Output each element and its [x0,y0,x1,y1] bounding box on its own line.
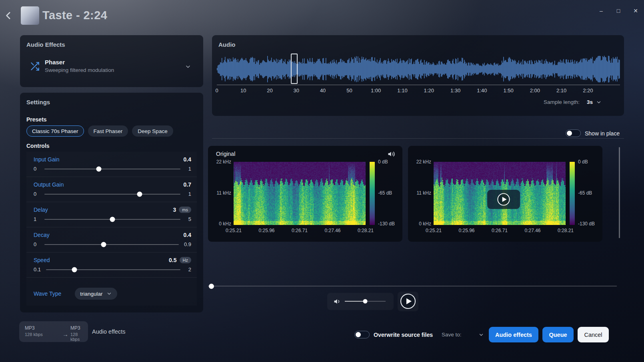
volume-speaker-icon[interactable] [334,298,341,305]
time-tick-row: 0 10 20 30 40 50 1:00 1:10 1:20 1:30 1:4… [209,88,596,93]
source-format: MP3 128 kbps [25,325,43,337]
volume-slider-thumb[interactable] [363,299,368,304]
time-tick: 1:30 [448,88,464,93]
show-in-place-label: Show in place [585,130,620,137]
seek-thumb[interactable] [209,284,214,289]
preset-deep-space[interactable]: Deep Space [132,125,173,137]
seek-track [208,286,617,286]
vertical-scrollbar[interactable] [619,147,620,238]
slider-thumb[interactable] [110,217,115,222]
input-gain-slider[interactable] [44,169,180,169]
save-to-control[interactable]: Save to: [442,332,484,338]
settings-card-title: Settings [26,99,50,105]
presets-label: Presets [26,116,47,123]
play-icon [400,293,416,309]
audio-effects-card-title: Audio Effects [26,41,65,48]
spec-time-axis: 0:25.21 0:25.96 0:26.71 0:27.46 0:28.21 [423,228,576,233]
sample-selection-box[interactable] [291,54,298,84]
slider-min: 0 [34,166,39,172]
source-bitrate: 128 kbps [25,332,43,337]
slider-row-delay: Delay 3ms 1 5 [26,202,197,227]
freq-tick: 11 kHz [210,190,231,196]
audio-effects-button[interactable]: Audio effects [489,327,538,342]
sample-length-value: 3s [587,99,593,105]
seek-bar[interactable] [208,283,617,289]
db-colorbar [570,162,575,225]
sample-length-label: Sample length: [544,99,580,105]
time-tick: 1:00 [368,88,384,93]
spectrogram-original-card: Original 22 kHz 11 kHz 0 kHz 0 dB -65 dB… [208,146,402,242]
spec-time-tick: 0:25.96 [256,228,278,233]
freq-tick: 0 kHz [210,221,231,227]
maximize-button[interactable]: □ [613,6,624,16]
slider-thumb[interactable] [72,267,77,272]
waveform-canvas[interactable] [217,55,620,83]
slider-max: 5 [186,216,191,222]
target-bitrate: 128 kbps [70,332,88,342]
slider-thumb[interactable] [96,166,102,171]
play-icon [497,193,510,206]
chevron-left-icon [2,10,14,22]
spec-time-tick: 0:28.21 [355,228,376,233]
close-button[interactable]: ✕ [630,6,641,16]
unit-badge: ms [179,207,191,213]
wave-type-row: Wave Type triangular [26,278,197,306]
speaker-icon[interactable] [388,150,395,158]
minimize-button[interactable]: – [596,6,606,16]
slider-min: 0 [34,241,39,247]
preset-fast-phaser[interactable]: Fast Phaser [88,125,128,137]
slider-label: Delay [34,207,48,213]
slider-max: 1 [186,166,191,172]
overwrite-toggle[interactable] [354,331,370,338]
audio-effects-card: Audio Effects Phaser Sweeping filtered m… [20,35,203,87]
play-button[interactable] [400,293,416,309]
slider-value: 0.4 [184,156,191,163]
output-gain-slider[interactable] [44,194,180,195]
cancel-button[interactable]: Cancel [578,327,609,342]
time-tick: 1:40 [474,88,490,93]
effect-selector[interactable]: Phaser Sweeping filtered modulation [26,55,198,78]
spec-time-tick: 0:26.71 [489,228,510,233]
wave-type-dropdown[interactable]: triangular [75,288,117,300]
time-tick: 2:20 [580,88,596,93]
slider-thumb[interactable] [137,191,142,197]
source-format-name: MP3 [25,325,43,331]
db-tick: 0 dB [378,159,400,165]
volume-slider[interactable] [345,301,386,302]
slider-row-speed: Speed 0.5Hz 0.1 2 [26,253,197,278]
show-in-place-toggle[interactable] [566,129,581,137]
sample-length-control[interactable]: Sample length: 3s [544,99,602,105]
freq-tick: 11 kHz [410,190,431,196]
db-tick: -65 dB [378,190,400,196]
slider-label: Decay [34,232,50,238]
delay-slider[interactable] [44,219,180,220]
preset-classic-70s-phaser[interactable]: Classic 70s Phaser [26,125,84,137]
overwrite-label: Overwrite source files [374,332,433,338]
freq-tick: 22 kHz [410,159,431,165]
db-colorbar [370,162,375,225]
preview-play-button[interactable] [487,190,520,209]
freq-tick: 0 kHz [410,221,431,227]
time-tick: 1:50 [500,88,516,93]
db-tick: -65 dB [578,190,600,196]
slider-label: Output Gain [34,181,64,188]
time-tick: 2:00 [527,88,543,93]
effect-name: Phaser [45,59,65,66]
db-tick: -130 dB [578,221,600,227]
decay-slider[interactable] [44,244,179,245]
toggle-knob [567,131,572,136]
time-tick: 0 [209,88,225,93]
time-axis [217,85,620,85]
speed-slider[interactable] [46,269,180,270]
back-button[interactable] [2,10,14,22]
slider-min: 0 [34,191,39,197]
slider-min: 0.1 [34,267,41,272]
toggle-knob [356,332,361,337]
slider-thumb[interactable] [101,242,106,247]
spec-time-axis: 0:25.21 0:25.96 0:26.71 0:27.46 0:28.21 [223,228,376,233]
spec-time-tick: 0:27.46 [322,228,344,233]
save-to-label: Save to: [442,332,462,338]
queue-button[interactable]: Queue [542,327,574,342]
audio-waveform-card: Audio 0 10 20 30 40 50 1:00 1:10 1:20 1:… [212,35,624,116]
wave-type-label: Wave Type [34,290,61,297]
